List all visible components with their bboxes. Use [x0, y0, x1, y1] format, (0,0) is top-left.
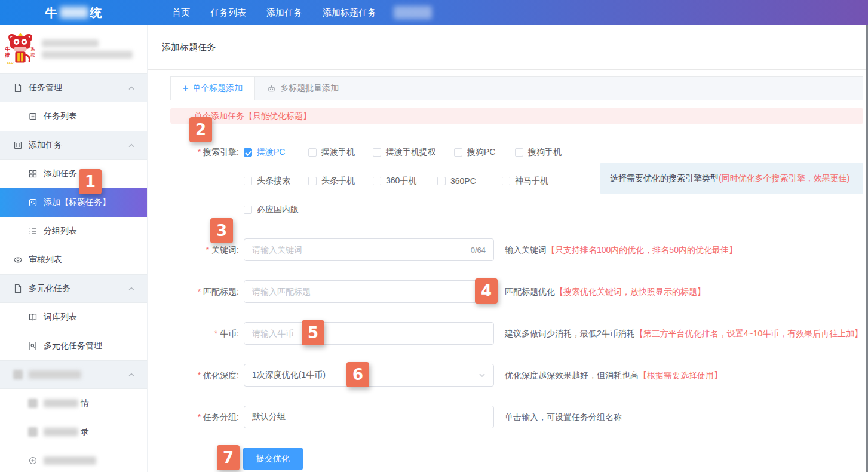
redacted-icon [28, 427, 38, 437]
sidebar-group-add-task[interactable]: 添加任务 [0, 131, 147, 160]
checkbox-icon [244, 206, 252, 214]
svg-text:牛: 牛 [5, 46, 10, 52]
sidebar-group-label: 添加任务 [29, 140, 62, 151]
task-group-label: *任务分组: [170, 406, 244, 428]
robot-icon [267, 84, 276, 93]
sidebar-item-label: 添加【标题任务】 [44, 197, 111, 208]
engine-row-2: 头条搜索 头条手机 360手机 360PC 神马手机 [244, 175, 562, 187]
sidebar-item-label: 审核列表 [29, 255, 62, 265]
step-badge-7: 7 [217, 445, 240, 470]
keyword-input[interactable] [252, 245, 466, 255]
tab-multi-title-batch-add[interactable]: 多标题批量添加 [255, 77, 351, 100]
redacted-icon [28, 399, 38, 408]
profile-redacted-text [42, 36, 142, 62]
chevron-down-icon [479, 372, 486, 379]
sidebar-item-task-list[interactable]: 任务列表 [0, 102, 147, 131]
doc-search-icon [28, 341, 38, 351]
checkbox-baidu-pc[interactable]: 摆渡PC [244, 147, 308, 158]
sidebar-item-redacted-2[interactable]: 录 [0, 418, 147, 446]
depth-select-value: 1次深度优化(1牛币) [252, 370, 326, 381]
sidebar-item-add-title-task-active[interactable]: 添加【标题任务】 [0, 188, 147, 217]
sidebar-item-diversified-task-mgmt[interactable]: 多元化任务管理 [0, 332, 147, 360]
sidebar-item-review-list[interactable]: 审核列表 [0, 246, 147, 274]
bull-mascot-logo: 牛 排 系 统 SEO [5, 32, 36, 66]
nav-item-home[interactable]: 首页 [162, 0, 200, 25]
page-header: 添加标题任务 [148, 25, 868, 70]
engine-row-1: 摆渡PC 摆渡手机 摆渡手机提权 搜狗PC 搜狗手机 [244, 146, 562, 158]
form-row-coin: *牛币: 建议多做词少消耗，最低2牛币消耗【第三方平台优化排名，设置4~10牛币… [170, 322, 863, 345]
form-row-search-engine: *搜索引擎: 摆渡PC 摆渡手机 摆渡手机提权 搜狗PC 搜狗手机 头条搜索 头… [170, 146, 863, 216]
submit-optimize-button[interactable]: 提交优化 [243, 448, 303, 470]
checkbox-sogou-mobile[interactable]: 搜狗手机 [515, 147, 562, 158]
sidebar-group-label: 任务管理 [29, 82, 62, 93]
single-add-alert: 单个添加任务【只能优化标题】 2 [170, 108, 863, 124]
keyword-input-box: 0/64 [244, 238, 494, 261]
checkbox-360-mobile[interactable]: 360手机 [373, 176, 437, 186]
required-asterisk: * [198, 287, 201, 296]
redacted-label [29, 370, 81, 379]
match-title-label: *匹配标题: [170, 280, 244, 303]
checkbox-toutiao-search[interactable]: 头条搜索 [244, 176, 308, 186]
step-badge-1: 1 [79, 169, 102, 194]
sidebar-group-diversified-tasks[interactable]: 多元化任务 [0, 274, 147, 303]
coin-input-box [244, 322, 494, 345]
content: + 单个标题添加 多标题批量添加 单个添加任务【只能优化标题】 2 *搜索引擎: [148, 70, 868, 470]
form-row-depth: *优化深度: 1次深度优化(1牛币) 优化深度越深效果越好，但消耗也高【根据需要… [170, 364, 863, 387]
redacted-visible-suffix: 情 [81, 398, 89, 409]
tab-bar: + 单个标题添加 多标题批量添加 [170, 76, 863, 100]
match-title-hint: 匹配标题优化【搜索优化关键词，放快照显示的标题】 [505, 280, 706, 303]
sync-box-icon [28, 198, 38, 207]
sidebar-profile: 牛 排 系 统 SEO [0, 25, 147, 73]
keyword-counter: 0/64 [471, 246, 486, 255]
nav-item-add-title-task[interactable]: 添加标题任务 [312, 0, 387, 25]
sidebar-item-group-list[interactable]: 分组列表 [0, 217, 147, 246]
keyword-hint: 输入关键词【只支持排名100内的优化，排名50内的优化最佳】 [505, 238, 737, 261]
checkbox-bing-cn[interactable]: 必应国内版 [244, 204, 299, 215]
nav-item-redacted[interactable] [394, 6, 432, 19]
redacted-label [44, 428, 78, 436]
depth-label: *优化深度: [170, 364, 244, 387]
circle-plus-icon [28, 456, 38, 465]
sidebar-item-label: 添加任务 [44, 168, 77, 179]
coin-input[interactable] [252, 329, 486, 338]
sidebar-item-label: 任务列表 [44, 111, 77, 122]
sidebar-item-redacted-1[interactable]: 情 [0, 389, 147, 418]
engine-checkbox-group: 摆渡PC 摆渡手机 摆渡手机提权 搜狗PC 搜狗手机 头条搜索 头条手机 360… [244, 146, 562, 216]
engine-hint-main: 选择需要优化的搜索引擎类型 [610, 173, 719, 184]
redacted-label [44, 399, 78, 407]
checkbox-360-pc[interactable]: 360PC [437, 176, 502, 186]
sidebar-item-label: 分组列表 [44, 226, 77, 237]
brand-logo-text: 牛 统 [0, 5, 148, 21]
checkbox-sogou-pc[interactable]: 搜狗PC [454, 147, 515, 158]
nav-item-add-task[interactable]: 添加任务 [256, 0, 312, 25]
sidebar-group-task-management[interactable]: 任务管理 [0, 73, 147, 102]
checkbox-icon [502, 177, 510, 185]
step-badge-6: 6 [346, 362, 369, 387]
brand-prefix: 牛 [45, 5, 58, 21]
sliders-icon [13, 140, 23, 150]
eye-icon [13, 255, 23, 265]
file-icon [13, 284, 23, 293]
checkbox-baidu-mobile-boost[interactable]: 摆渡手机提权 [373, 147, 454, 158]
sidebar: 牛 排 系 统 SEO 任务管理 任务列表 添加任务 [0, 25, 148, 472]
sidebar-item-word-library[interactable]: 词库列表 [0, 303, 147, 332]
match-title-input[interactable] [252, 287, 486, 296]
checkbox-shenma-mobile[interactable]: 神马手机 [502, 176, 548, 186]
form-row-task-group: *任务分组: 单击输入，可设置任务分组名称 [170, 406, 863, 428]
task-group-input[interactable] [252, 412, 486, 422]
checkbox-baidu-mobile[interactable]: 摆渡手机 [308, 147, 373, 158]
grid-icon [28, 169, 38, 179]
chevron-up-icon [128, 85, 135, 92]
nav-item-task-list[interactable]: 任务列表 [200, 0, 256, 25]
checkbox-icon [244, 177, 252, 185]
checkbox-icon [308, 148, 317, 157]
tab-single-title-add[interactable]: + 单个标题添加 [171, 77, 255, 100]
sidebar-group-redacted[interactable] [0, 360, 147, 389]
sidebar-item-add-task[interactable]: 添加任务 [0, 160, 147, 188]
brand-redacted-blur [60, 7, 88, 19]
redacted-icon [13, 370, 23, 379]
sidebar-item-redacted-3[interactable] [0, 446, 147, 472]
checkbox-toutiao-mobile[interactable]: 头条手机 [308, 176, 373, 186]
form-row-match-title: *匹配标题: 匹配标题优化【搜索优化关键词，放快照显示的标题】 4 [170, 280, 863, 303]
engine-hint-box: 选择需要优化的搜索引擎类型(同时优化多个搜索引擎，效果更佳) [600, 163, 863, 194]
